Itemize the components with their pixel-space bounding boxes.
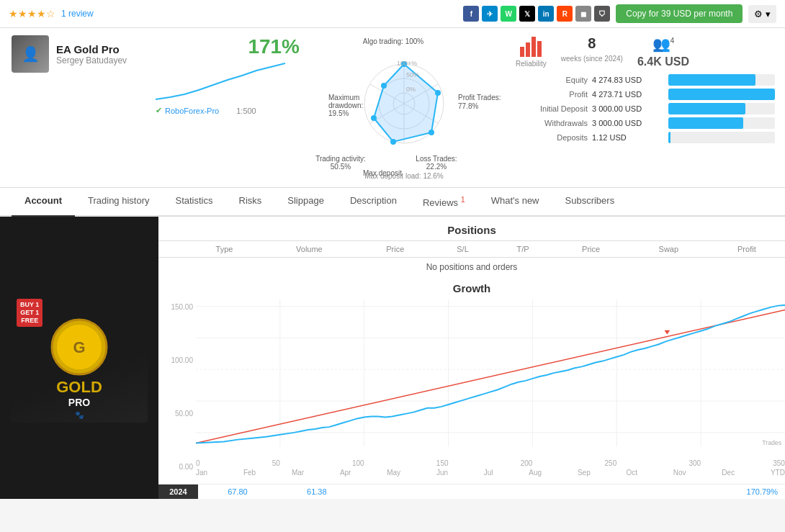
x-icon[interactable]: 𝕏 bbox=[519, 6, 535, 22]
col-profit: Profit bbox=[709, 241, 785, 258]
profit-row: Profit 4 273.71 USD bbox=[508, 89, 775, 100]
tab-description[interactable]: Description bbox=[337, 188, 410, 217]
whatsapp-icon[interactable]: W bbox=[501, 6, 516, 22]
svg-text:Trades: Trades bbox=[762, 440, 782, 447]
month-oct: Oct bbox=[626, 469, 637, 477]
settings-button[interactable]: ⚙ ▾ bbox=[748, 5, 776, 23]
telegram-icon[interactable]: ✈ bbox=[482, 6, 498, 22]
facebook-icon[interactable]: f bbox=[463, 6, 479, 22]
initial-label: Initial Deposit bbox=[508, 104, 588, 113]
y-label-100: 100.00 bbox=[161, 356, 193, 364]
svg-text:drawdown:: drawdown: bbox=[328, 102, 363, 109]
weeks-value: 8 bbox=[588, 35, 596, 52]
y-axis: 150.00 100.00 50.00 0.00 bbox=[158, 297, 196, 477]
reliability-item: Reliability bbox=[516, 35, 547, 68]
month-nov: Nov bbox=[673, 469, 686, 477]
deposits-row: Deposits 1.12 USD bbox=[508, 132, 775, 143]
month-sep: Sep bbox=[578, 469, 591, 477]
tab-reviews[interactable]: Reviews 1 bbox=[410, 188, 478, 217]
content-panel: Positions Type Volume Price S/L T/P Pric… bbox=[158, 217, 785, 499]
svg-text:0%: 0% bbox=[406, 86, 416, 93]
svg-line-41 bbox=[196, 310, 785, 443]
share-icon[interactable]: ◼ bbox=[575, 6, 591, 22]
svg-text:G: G bbox=[73, 338, 85, 356]
ad-title: GOLD bbox=[56, 378, 102, 397]
ad-badge: BUY 1GET 1FREE bbox=[17, 299, 42, 326]
svg-text:22.2%: 22.2% bbox=[426, 163, 447, 171]
growth-title: Growth bbox=[158, 276, 785, 297]
svg-point-23 bbox=[381, 83, 387, 89]
x-300: 300 bbox=[688, 459, 701, 467]
svg-text:50.5%: 50.5% bbox=[331, 163, 351, 171]
ytd-label: YTD bbox=[771, 469, 785, 477]
right-panel: Reliability 8 weeks (since 2024) 👥4 6.4K… bbox=[508, 35, 775, 146]
x-axis-numbers: 0 50 100 150 200 250 300 350 bbox=[196, 458, 785, 467]
ad-panel: BUY 1GET 1FREE G GOLD PRO 🐾 bbox=[0, 217, 158, 499]
linkedin-icon[interactable]: in bbox=[538, 6, 554, 22]
col-type: Type bbox=[188, 241, 261, 258]
max-deposit-label: Max deposit load: 12.6% bbox=[364, 172, 444, 180]
gold-coin-icon: G bbox=[50, 318, 108, 376]
profile-section: 👤 EA Gold Pro Sergey Batudayev 171% ✔ Ro… bbox=[0, 28, 785, 188]
no-positions-text: No positions and orders bbox=[158, 258, 785, 277]
month-mar: Mar bbox=[292, 469, 304, 477]
col-symbol bbox=[158, 241, 188, 258]
review-link[interactable]: 1 review bbox=[61, 9, 94, 19]
profit-label: Profit bbox=[508, 90, 588, 99]
withdrawals-bar bbox=[668, 117, 743, 129]
ad-banner[interactable]: BUY 1GET 1FREE G GOLD PRO 🐾 bbox=[11, 293, 148, 423]
author-name: Sergey Batudayev bbox=[56, 55, 127, 66]
subscribers-item: 👥4 6.4K USD bbox=[637, 35, 689, 68]
broker-name: RoboForex-Pro bbox=[165, 107, 219, 115]
deposits-value: 1.12 USD bbox=[592, 133, 664, 142]
profile-left: 👤 EA Gold Pro Sergey Batudayev bbox=[12, 35, 141, 73]
month-aug: Aug bbox=[529, 469, 542, 477]
deposits-bar bbox=[668, 132, 670, 143]
col-swap: Swap bbox=[629, 241, 709, 258]
svg-text:Trading activity:: Trading activity: bbox=[315, 155, 366, 163]
svg-text:50%: 50% bbox=[406, 71, 419, 78]
col-price: Price bbox=[358, 241, 434, 258]
tab-whats-new[interactable]: What's new bbox=[478, 188, 552, 217]
social-icons: f ✈ W 𝕏 in R ◼ ⛉ bbox=[463, 6, 610, 22]
tab-trading-history[interactable]: Trading history bbox=[75, 188, 163, 217]
svg-point-21 bbox=[390, 139, 396, 145]
copy-button[interactable]: Copy for 39 USD per month bbox=[616, 4, 743, 23]
main-content: BUY 1GET 1FREE G GOLD PRO 🐾 Positions Ty… bbox=[0, 217, 785, 499]
reddit-icon[interactable]: R bbox=[557, 6, 573, 22]
bookmark-icon[interactable]: ⛉ bbox=[594, 6, 610, 22]
reliability-label: Reliability bbox=[516, 60, 547, 68]
svg-point-20 bbox=[429, 130, 434, 135]
svg-point-22 bbox=[371, 115, 377, 121]
initial-bar-wrap bbox=[668, 103, 775, 114]
reliability-section: Reliability 8 weeks (since 2024) 👥4 6.4K… bbox=[508, 35, 775, 68]
initial-bar bbox=[668, 103, 745, 114]
ad-subtitle: PRO bbox=[68, 397, 90, 408]
reliability-bars bbox=[520, 35, 542, 57]
tabs-bar: Account Trading history Statistics Risks… bbox=[0, 188, 785, 217]
growth-percentage: 171% bbox=[156, 35, 300, 58]
tab-subscribers[interactable]: Subscribers bbox=[552, 188, 628, 217]
tab-slippage[interactable]: Slippage bbox=[274, 188, 337, 217]
month-jun: Jun bbox=[436, 469, 448, 477]
ytd-value: 170.79% bbox=[727, 484, 785, 499]
ea-name: EA Gold Pro bbox=[56, 43, 127, 55]
deposits-bar-wrap bbox=[668, 132, 775, 143]
radar-chart: Algo trading: 100% Profit Trades: 77.8% … bbox=[325, 35, 483, 179]
avatar: 👤 bbox=[12, 35, 49, 73]
month-may: May bbox=[387, 469, 400, 477]
tab-statistics[interactable]: Statistics bbox=[163, 188, 226, 217]
y-label-50: 50.00 bbox=[161, 410, 193, 418]
chart-svg-wrap: Trades 0 50 100 150 200 250 300 350 bbox=[196, 297, 785, 477]
positions-table: Type Volume Price S/L T/P Price Swap Pro… bbox=[158, 240, 785, 276]
top-bar-right: f ✈ W 𝕏 in R ◼ ⛉ Copy for 39 USD per mon… bbox=[463, 4, 776, 23]
year-bar: 2024 67.80 61.38 170.79% bbox=[158, 484, 785, 499]
tab-risks[interactable]: Risks bbox=[226, 188, 275, 217]
withdrawals-label: Withdrawals bbox=[508, 119, 588, 127]
initial-value: 3 000.00 USD bbox=[592, 104, 664, 113]
tab-account[interactable]: Account bbox=[12, 188, 75, 217]
svg-text:Profit Trades:: Profit Trades: bbox=[458, 94, 501, 102]
weeks-item: 8 weeks (since 2024) bbox=[561, 35, 623, 63]
deposits-label: Deposits bbox=[508, 133, 588, 142]
equity-bar-wrap bbox=[668, 74, 775, 86]
